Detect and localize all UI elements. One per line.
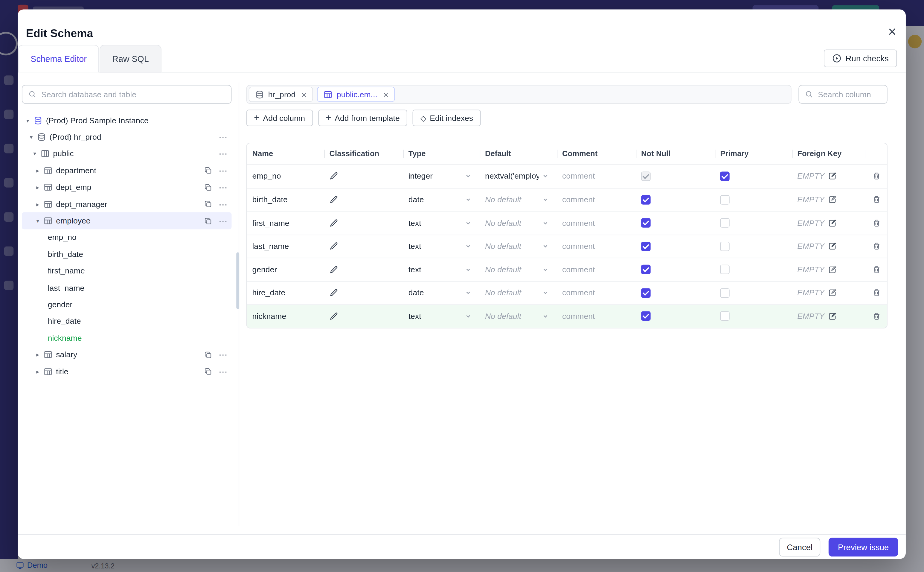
copy-icon[interactable] [204, 367, 212, 376]
not-null-checkbox[interactable] [636, 195, 715, 205]
tree-item-column-hire-date[interactable]: hire_date [22, 313, 232, 330]
primary-checkbox[interactable] [715, 288, 792, 298]
delete-column-button[interactable] [866, 265, 887, 274]
edit-icon[interactable] [828, 265, 837, 274]
chevron-down-icon[interactable]: ▾ [34, 218, 42, 224]
foreign-key-button[interactable]: EMPTY [792, 265, 866, 274]
primary-checkbox[interactable] [715, 195, 792, 205]
default-select[interactable]: No default [480, 242, 557, 251]
comment-input[interactable]: comment [557, 312, 636, 321]
primary-checkbox[interactable] [715, 311, 792, 321]
copy-icon[interactable] [204, 351, 212, 359]
chevron-down-icon[interactable]: ▾ [23, 117, 32, 124]
tree-item-table-salary[interactable]: ▸ salary ⋯ [22, 347, 232, 363]
tree-item-table-employee[interactable]: ▾ employee ⋯ [22, 212, 232, 229]
edit-indexes-button[interactable]: ◇ Edit indexes [412, 110, 481, 126]
type-select[interactable]: date [403, 288, 480, 297]
tree-search-input[interactable] [41, 90, 225, 99]
foreign-key-button[interactable]: EMPTY [792, 288, 866, 297]
tab-raw-sql[interactable]: Raw SQL [99, 45, 161, 73]
tree-item-schema-public[interactable]: ▾ public ⋯ [22, 145, 232, 162]
close-icon[interactable]: × [383, 90, 388, 99]
default-select[interactable]: No default [480, 288, 557, 297]
type-select[interactable]: text [403, 219, 480, 228]
default-select[interactable]: No default [480, 219, 557, 228]
foreign-key-button[interactable]: EMPTY [792, 172, 866, 181]
more-options-icon[interactable]: ⋯ [219, 199, 228, 208]
delete-column-button[interactable] [866, 195, 887, 204]
default-select[interactable]: nextval('employ [480, 172, 557, 181]
not-null-checkbox[interactable] [636, 171, 715, 181]
type-select[interactable]: text [403, 265, 480, 274]
tab-chip-public-employee[interactable]: public.em... × [317, 87, 395, 102]
tree-item-table-title[interactable]: ▸ title ⋯ [22, 363, 232, 380]
checkbox-unchecked[interactable] [720, 241, 730, 251]
checkbox-unchecked[interactable] [720, 288, 730, 298]
tree-item-column-nickname[interactable]: nickname [22, 330, 232, 347]
foreign-key-button[interactable]: EMPTY [792, 312, 866, 321]
close-icon[interactable]: × [301, 90, 307, 99]
preview-issue-button[interactable]: Preview issue [829, 538, 898, 556]
not-null-checkbox[interactable] [636, 218, 715, 228]
checkbox-unchecked[interactable] [720, 311, 730, 321]
not-null-checkbox[interactable] [636, 265, 715, 274]
more-options-icon[interactable]: ⋯ [219, 216, 228, 225]
delete-column-button[interactable] [866, 288, 887, 297]
comment-input[interactable]: comment [557, 195, 636, 204]
classification-button[interactable] [324, 195, 403, 204]
comment-input[interactable]: comment [557, 288, 636, 297]
checkbox-checked[interactable] [720, 171, 730, 181]
edit-icon[interactable] [828, 172, 837, 181]
foreign-key-button[interactable]: EMPTY [792, 219, 866, 228]
default-select[interactable]: No default [480, 265, 557, 274]
tab-chip-hr-prod[interactable]: hr_prod × [249, 87, 313, 102]
tab-schema-editor[interactable]: Schema Editor [18, 45, 99, 73]
not-null-checkbox[interactable] [636, 288, 715, 298]
tree-item-column-emp-no[interactable]: emp_no [22, 229, 232, 246]
checkbox-checked[interactable] [641, 195, 651, 205]
checkbox-checked[interactable] [641, 241, 651, 251]
not-null-checkbox[interactable] [636, 311, 715, 321]
default-select[interactable]: No default [480, 195, 557, 204]
more-options-icon[interactable]: ⋯ [219, 166, 228, 175]
more-options-icon[interactable]: ⋯ [219, 133, 228, 142]
tree-item-table-dept-manager[interactable]: ▸ dept_manager ⋯ [22, 196, 232, 212]
column-search-input[interactable] [818, 90, 881, 99]
checkbox-checked[interactable] [641, 265, 651, 274]
more-options-icon[interactable]: ⋯ [219, 367, 228, 376]
chevron-right-icon[interactable]: ▸ [34, 351, 42, 358]
tree-item-instance[interactable]: ▾ (Prod) Prod Sample Instance [22, 112, 232, 129]
copy-icon[interactable] [204, 166, 212, 175]
delete-column-button[interactable] [866, 312, 887, 321]
comment-input[interactable]: comment [557, 242, 636, 251]
chevron-right-icon[interactable]: ▸ [34, 167, 42, 174]
copy-icon[interactable] [204, 183, 212, 191]
edit-icon[interactable] [828, 219, 837, 228]
type-select[interactable]: integer [403, 172, 480, 181]
primary-checkbox[interactable] [715, 171, 792, 181]
checkbox-unchecked[interactable] [720, 195, 730, 205]
scrollbar-thumb[interactable] [236, 252, 239, 309]
type-select[interactable]: text [403, 312, 480, 321]
classification-button[interactable] [324, 242, 403, 251]
edit-icon[interactable] [828, 288, 837, 297]
more-options-icon[interactable]: ⋯ [219, 183, 228, 192]
foreign-key-button[interactable]: EMPTY [792, 195, 866, 204]
classification-button[interactable] [324, 312, 403, 321]
classification-button[interactable] [324, 265, 403, 274]
tree-item-table-department[interactable]: ▸ department ⋯ [22, 162, 232, 179]
checkbox-unchecked[interactable] [720, 218, 730, 228]
add-from-template-button[interactable]: + Add from template [318, 110, 407, 126]
run-checks-button[interactable]: Run checks [824, 50, 897, 67]
edit-icon[interactable] [828, 312, 837, 321]
type-select[interactable]: text [403, 242, 480, 251]
chevron-right-icon[interactable]: ▸ [34, 368, 42, 375]
checkbox-checked[interactable] [641, 218, 651, 228]
copy-icon[interactable] [204, 217, 212, 225]
checkbox-unchecked[interactable] [720, 265, 730, 274]
chevron-right-icon[interactable]: ▸ [34, 184, 42, 191]
classification-button[interactable] [324, 172, 403, 181]
not-null-checkbox[interactable] [636, 241, 715, 251]
copy-icon[interactable] [204, 200, 212, 208]
checkbox-checked-disabled[interactable] [641, 171, 651, 181]
